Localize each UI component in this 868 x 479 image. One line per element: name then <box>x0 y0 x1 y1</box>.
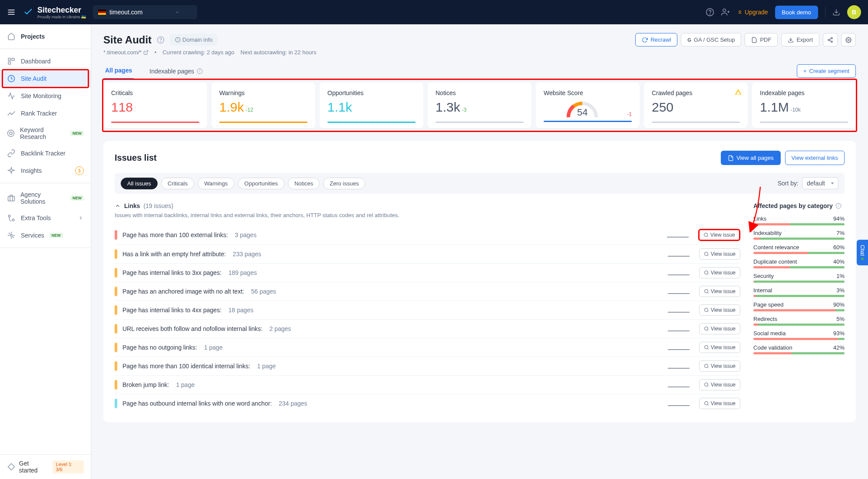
sparkline <box>668 270 690 275</box>
category-row[interactable]: Content relevance60% <box>753 244 845 254</box>
severity-indicator <box>115 399 117 408</box>
svg-line-53 <box>707 386 708 387</box>
home-icon <box>7 32 16 41</box>
pdf-button[interactable]: PDF <box>745 33 778 46</box>
issue-count: 2 pages <box>269 325 291 332</box>
sidebar-item-monitoring[interactable]: Site Monitoring <box>0 87 91 105</box>
sparkline <box>667 232 689 238</box>
filter-warnings[interactable]: Warnings <box>198 178 234 189</box>
stat-opportunities[interactable]: Opportunities 1.1k <box>320 83 423 128</box>
svg-point-16 <box>8 215 10 217</box>
create-segment-button[interactable]: + Create segment <box>797 64 856 78</box>
sidebar-item-site-audit[interactable]: Site Audit <box>0 70 91 87</box>
sidebar-item-dashboard[interactable]: Dashboard <box>0 53 91 70</box>
ga-gsc-button[interactable]: G GA / GSC Setup <box>681 33 741 46</box>
svg-point-50 <box>704 364 708 368</box>
export-button[interactable]: Export <box>781 33 819 46</box>
sidebar-item-backlink[interactable]: Backlink Tracker <box>0 145 91 162</box>
book-demo-button[interactable]: Book demo <box>775 6 818 19</box>
search-icon <box>704 326 709 331</box>
sidebar-get-started[interactable]: Get started Level 1: 3/6 <box>0 454 91 479</box>
menu-icon[interactable] <box>7 8 16 17</box>
chat-widget[interactable]: Chat <box>857 240 868 265</box>
sort-select[interactable]: default <box>802 177 838 189</box>
domain-selector[interactable]: timeout.com <box>93 5 197 19</box>
filter-notices[interactable]: Notices <box>288 178 320 189</box>
filter-criticals[interactable]: Criticals <box>161 178 194 189</box>
download-icon[interactable] <box>832 8 840 16</box>
category-row[interactable]: Page speed90% <box>753 301 845 311</box>
add-user-icon[interactable] <box>721 8 730 17</box>
sidebar-item-extra-tools[interactable]: Extra Tools <box>0 209 91 227</box>
view-issue-button[interactable]: View issue <box>699 360 740 372</box>
scope-link[interactable]: *.timeout.com/* <box>103 49 149 56</box>
category-row[interactable]: Code validation42% <box>753 344 845 354</box>
domain-info-button[interactable]: Domain info <box>170 34 218 46</box>
filter-opportunities[interactable]: Opportunities <box>238 178 284 189</box>
view-issue-button[interactable]: View issue <box>699 398 740 409</box>
share-button[interactable] <box>823 33 838 46</box>
issue-count: 56 pages <box>251 288 276 295</box>
svg-marker-35 <box>831 182 834 184</box>
help-icon[interactable] <box>706 8 714 17</box>
filter-all[interactable]: All issues <box>121 178 158 189</box>
category-row[interactable]: Social media93% <box>753 330 845 340</box>
filter-zero[interactable]: Zero issues <box>323 178 365 189</box>
sidebar-item-keyword-research[interactable]: Keyword Research NEW <box>0 122 91 145</box>
view-all-pages-button[interactable]: View all pages <box>721 151 781 165</box>
sparkline <box>668 251 690 257</box>
view-external-button[interactable]: View external links <box>785 151 845 165</box>
logo[interactable]: Sitechecker Proudly made in Ukraine 🇺🇦 <box>23 6 86 19</box>
search-icon <box>704 270 709 275</box>
upgrade-link[interactable]: Upgrade <box>737 9 768 16</box>
category-row[interactable]: Internal3% <box>753 287 845 297</box>
view-issue-button[interactable]: View issue <box>699 379 740 390</box>
view-issue-button[interactable]: View issue <box>699 248 740 260</box>
view-issue-button[interactable]: View issue <box>699 304 740 316</box>
view-issue-button[interactable]: View issue <box>699 342 740 353</box>
issue-group-toggle[interactable]: Links (19 issues) <box>115 202 740 209</box>
recrawl-button[interactable]: Recrawl <box>635 33 677 46</box>
svg-point-5 <box>723 9 726 12</box>
view-issue-button[interactable]: View issue <box>698 229 740 241</box>
category-row[interactable]: Indexability7% <box>753 230 845 240</box>
stat-criticals[interactable]: Criticals 118 <box>103 83 207 128</box>
info-icon[interactable] <box>835 203 842 209</box>
severity-indicator <box>115 343 117 352</box>
view-issue-button[interactable]: View issue <box>699 286 740 297</box>
category-bar <box>753 352 845 354</box>
info-icon[interactable] <box>157 36 165 44</box>
view-issue-button[interactable]: View issue <box>699 267 740 278</box>
stat-crawled[interactable]: Crawled pages 250 <box>644 83 748 128</box>
tab-indexable[interactable]: Indexable pages <box>148 63 205 79</box>
category-row[interactable]: Duplicate content40% <box>753 258 845 268</box>
page-icon <box>728 155 734 161</box>
svg-line-29 <box>829 38 831 39</box>
tab-all-pages[interactable]: All pages <box>103 63 134 79</box>
category-row[interactable]: Security1% <box>753 273 845 283</box>
issue-text: Page has outbound internal links with on… <box>122 400 272 407</box>
severity-indicator <box>115 287 117 296</box>
brand-name: Sitechecker <box>37 6 86 15</box>
sidebar-projects[interactable]: Projects <box>0 28 91 45</box>
sidebar-item-services[interactable]: Services NEW <box>0 227 91 244</box>
trend-icon <box>7 109 16 118</box>
view-issue-button[interactable]: View issue <box>699 323 740 334</box>
svg-point-27 <box>831 41 833 43</box>
stat-indexable[interactable]: Indexable pages 1.1M-10k <box>752 83 856 128</box>
avatar[interactable]: B <box>847 5 861 19</box>
svg-line-55 <box>707 404 708 405</box>
svg-point-25 <box>831 37 833 39</box>
severity-indicator <box>115 361 117 371</box>
settings-button[interactable] <box>841 33 856 46</box>
sidebar-item-insights[interactable]: Insights $ <box>0 162 91 179</box>
sidebar-item-agency[interactable]: Agency Solutions NEW <box>0 187 91 209</box>
monitor-icon <box>7 92 16 100</box>
stat-warnings[interactable]: Warnings 1.9k-12 <box>211 83 315 128</box>
category-row[interactable]: Redirects5% <box>753 316 845 326</box>
stat-score[interactable]: Website Score 54 -1 <box>536 83 640 128</box>
google-icon: G <box>687 37 691 43</box>
sidebar-item-rank-tracker[interactable]: Rank Tracker <box>0 105 91 122</box>
category-row[interactable]: Links94% <box>753 215 845 225</box>
stat-notices[interactable]: Notices 1.3k-3 <box>428 83 531 128</box>
